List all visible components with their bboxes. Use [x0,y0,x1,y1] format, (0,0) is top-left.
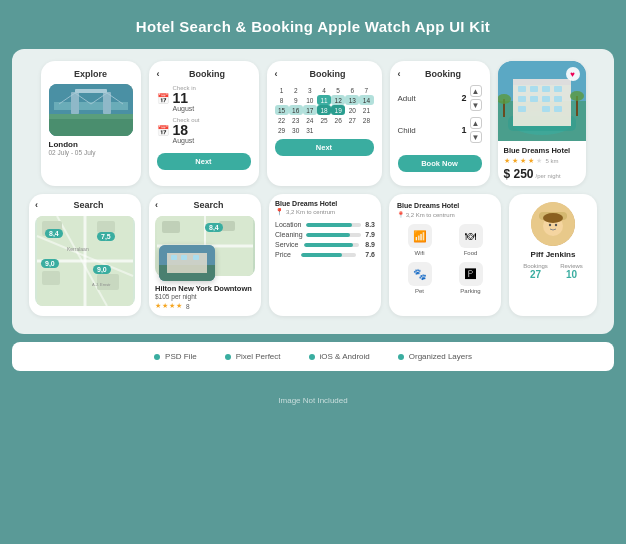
amenities-card: Blue Dreams Hotel 📍 3,2 Km to centrum 📶 … [389,194,501,316]
hotel-list-price: $105 per night [155,293,255,300]
amenity-pet: 🐾 Pet [397,262,442,294]
feature-layers: Organized Layers [398,352,472,361]
reviews-stat: Reviews 10 [560,263,583,280]
next-button-2[interactable]: Next [275,139,374,156]
feature-dot-4 [398,354,404,360]
parking-label: Parking [460,288,480,294]
guest-selection-card: ‹ Booking Adult 2 ▲ ▼ Child 1 ▲ [390,61,490,186]
child-label: Child [398,126,416,135]
header: Hotel Search & Booking Apple Watch App U… [0,0,626,49]
adult-row: Adult 2 ▲ ▼ [398,85,482,111]
rating-service-val: 8.9 [365,241,375,248]
booking-cal-title: Booking [282,69,374,79]
rating-location-bar [306,223,361,227]
favorite-icon[interactable]: ♥ [566,67,580,81]
svg-rect-26 [542,106,550,112]
rating-cleaning-fill [306,233,349,237]
profile-name: Piff Jenkins [517,250,589,259]
bookings-stat: Bookings 27 [523,263,548,280]
list-star-1: ★ [155,302,161,310]
rating-price-fill [301,253,343,257]
hotel-list-name: Hilton New York Downtown [155,284,255,293]
star-4: ★ [528,157,534,165]
star-3: ★ [520,157,526,165]
back-arrow-guest-icon[interactable]: ‹ [398,69,401,79]
rating-service-label: Service [275,241,298,248]
rating-cleaning-row: Cleaning 7.9 [275,231,375,238]
svg-rect-17 [518,86,526,92]
checkout-day: 18 [173,123,200,137]
svg-rect-22 [530,96,538,102]
child-decrement-button[interactable]: ▼ [470,131,482,143]
svg-rect-5 [75,89,107,93]
checkout-month: August [173,137,200,144]
list-star-4: ★ [176,302,182,310]
hotel-list-stars: ★ ★ ★ ★ 8 [155,302,255,310]
list-star-2: ★ [162,302,168,310]
rating-location-row: Location 8.3 [275,221,375,228]
child-count: 1 [461,125,466,135]
pet-label: Pet [415,288,424,294]
feature-dot-2 [225,354,231,360]
svg-point-60 [543,213,563,223]
amenity-parking: 🅿 Parking [448,262,493,294]
ratings-hotel-name: Blue Dreams Hotel [275,200,375,207]
next-button-1[interactable]: Next [157,153,251,170]
ratings-card: Blue Dreams Hotel 📍 3,2 Km to centrum Lo… [269,194,381,316]
hotel-name: Blue Dreams Hotel [504,146,580,155]
food-label: Food [464,250,478,256]
svg-rect-25 [518,106,526,112]
back-arrow-map1-icon[interactable]: ‹ [35,200,38,210]
main-area: Explore [12,49,614,334]
search-hotel-list-card: ‹ Search 8,4 [149,194,261,316]
profile-stats: Bookings 27 Reviews 10 [517,263,589,280]
calendar-grid: 1 2 3 4 5 6 7 8 9 10 11 12 13 [275,85,374,135]
ratings-location: 3,2 Km to centrum [286,209,335,215]
svg-rect-53 [193,255,199,260]
amenity-grid: 📶 Wifi 🍽 Food 🐾 Pet 🅿 Parking [397,224,493,294]
location-icon: 📍 [275,208,284,216]
child-increment-button[interactable]: ▲ [470,117,482,129]
explore-city: London [49,140,133,149]
search-title-1: Search [42,200,135,210]
adult-counter: 2 ▲ ▼ [458,85,481,111]
back-arrow-map2-icon[interactable]: ‹ [155,200,158,210]
map-pin-90a[interactable]: 9,0 [41,259,59,268]
wifi-label: Wifi [415,250,425,256]
svg-point-31 [570,91,584,101]
wifi-icon: 📶 [408,224,432,248]
page-title: Hotel Search & Booking Apple Watch App U… [20,18,606,35]
feature-pixel-label: Pixel Perfect [236,352,281,361]
back-arrow-icon[interactable]: ‹ [157,69,160,79]
rating-location-val: 8.3 [365,221,375,228]
profile-card: Piff Jenkins Bookings 27 Reviews 10 [509,194,597,316]
map-background-1: Kerralaan A.J. Ernstr 8,4 7,5 9,0 9,0 [35,216,135,306]
svg-rect-38 [97,221,115,233]
map-pin-75[interactable]: 7,5 [97,232,115,241]
svg-text:Kerralaan: Kerralaan [67,246,89,252]
book-now-button[interactable]: Book Now [398,155,482,172]
rating-price-label: Price [275,251,291,258]
adult-decrement-button[interactable]: ▼ [470,99,482,111]
amenity-wifi: 📶 Wifi [397,224,442,256]
location-pin-icon: 📍 [397,212,404,218]
hotel-photo: ♥ [498,61,586,141]
hotel-rating-num: 8 [186,303,190,310]
map-pin-84[interactable]: 8,4 [45,229,63,238]
back-arrow-cal-icon[interactable]: ‹ [275,69,278,79]
map-pin-90b[interactable]: 9,0 [93,265,111,274]
avatar [531,202,575,246]
star-1: ★ [504,157,510,165]
map-pin-84-2[interactable]: 8,4 [205,223,223,232]
adult-increment-button[interactable]: ▲ [470,85,482,97]
rating-service-fill [304,243,353,247]
calendar-checkout-icon: 📅 [157,125,169,136]
svg-rect-16 [513,79,571,85]
adult-count: 2 [461,93,466,103]
feature-psd: PSD File [154,352,197,361]
footer: Image Not Included [0,379,626,417]
rating-price-row: Price 7.6 [275,251,375,258]
features-bar: PSD File Pixel Perfect iOS & Android Org… [12,342,614,371]
row-2: ‹ Search Kerralaan [22,194,604,316]
hotel-distance: 5 km [546,158,559,164]
